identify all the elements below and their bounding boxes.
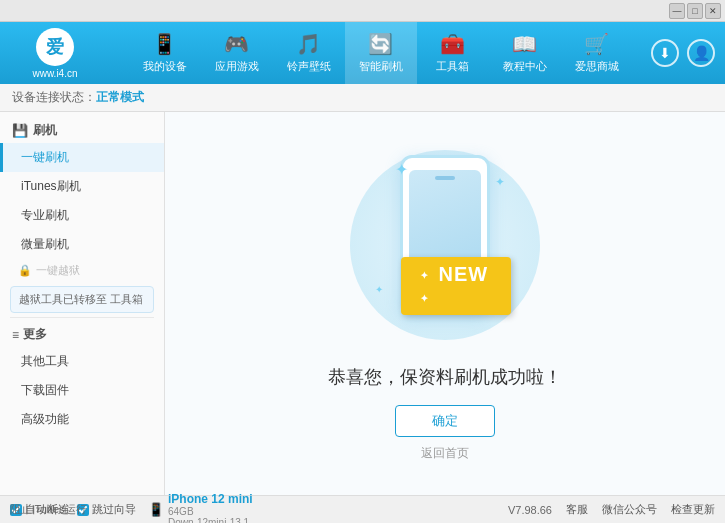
sidebar-section-flash: 💾 刷机 [0, 118, 164, 143]
success-text: 恭喜您，保资料刷机成功啦！ [328, 365, 562, 389]
flash-section-title: 刷机 [33, 122, 57, 139]
device-info: 📱 iPhone 12 mini 64GB Down-12mini-13.1 [148, 492, 253, 524]
nav-app-games-label: 应用游戏 [215, 59, 259, 74]
version-text: V7.98.66 [508, 504, 552, 516]
device-storage: 64GB [168, 506, 253, 517]
new-label: NEW [439, 263, 489, 285]
sidebar-section-more: ≡ 更多 [0, 322, 164, 347]
nav-smart-flash[interactable]: 🔄 智能刷机 [345, 22, 417, 84]
sidebar-item-advanced[interactable]: 高级功能 [0, 405, 164, 434]
sidebar-item-one-key-flash[interactable]: 一键刷机 [0, 143, 164, 172]
maximize-btn[interactable]: □ [687, 3, 703, 19]
bottom-right: V7.98.66 客服 微信公众号 检查更新 [508, 502, 715, 517]
nav-store[interactable]: 🛒 爱思商城 [561, 22, 633, 84]
more-section-icon: ≡ [12, 328, 19, 342]
nav-right-controls: ⬇ 👤 [651, 39, 715, 67]
check-update-link[interactable]: 检查更新 [671, 502, 715, 517]
status-value: 正常模式 [96, 89, 144, 106]
flash-section-icon: 💾 [12, 123, 28, 138]
smart-flash-icon: 🔄 [368, 32, 393, 56]
back-link[interactable]: 返回首页 [421, 445, 469, 462]
logo-area: 爱 www.i4.cn [10, 28, 100, 79]
logo-char: 爱 [46, 35, 64, 59]
nav-items: 📱 我的设备 🎮 应用游戏 🎵 铃声壁纸 🔄 智能刷机 🧰 工具箱 📖 教程中心… [110, 22, 651, 84]
sidebar: 💾 刷机 一键刷机 iTunes刷机 专业刷机 微量刷机 🔒 一键越狱 越狱工具… [0, 112, 165, 495]
device-details: iPhone 12 mini 64GB Down-12mini-13.1 [168, 492, 253, 524]
info-box-text: 越狱工具已转移至 工具箱 [19, 293, 143, 305]
top-nav: 爱 www.i4.cn 📱 我的设备 🎮 应用游戏 🎵 铃声壁纸 🔄 智能刷机 … [0, 22, 725, 84]
close-btn[interactable]: ✕ [705, 3, 721, 19]
store-icon: 🛒 [584, 32, 609, 56]
nav-app-games[interactable]: 🎮 应用游戏 [201, 22, 273, 84]
app-games-icon: 🎮 [224, 32, 249, 56]
itunes-status-text[interactable]: 阻止iTunes运行 [10, 502, 87, 517]
skip-wizard-label: 跳过向导 [92, 502, 136, 517]
phone-speaker [435, 176, 455, 180]
sidebar-item-download-firmware[interactable]: 下载固件 [0, 376, 164, 405]
sidebar-disabled-jailbreak: 🔒 一键越狱 [0, 259, 164, 282]
device-icon: 📱 [148, 502, 164, 517]
sparkle-3: ✦ [375, 284, 383, 295]
nav-toolbox[interactable]: 🧰 工具箱 [417, 22, 489, 84]
more-section-title: 更多 [23, 326, 47, 343]
sidebar-item-other-tools[interactable]: 其他工具 [0, 347, 164, 376]
content-area: NEW ✦ ✦ ✦ 恭喜您，保资料刷机成功啦！ 确定 返回首页 [165, 112, 725, 495]
sparkle-1: ✦ [395, 160, 408, 179]
toolbox-icon: 🧰 [440, 32, 465, 56]
new-ribbon: NEW [401, 257, 511, 315]
nav-my-device[interactable]: 📱 我的设备 [129, 22, 201, 84]
nav-my-device-label: 我的设备 [143, 59, 187, 74]
device-firmware: Down-12mini-13.1 [168, 517, 253, 524]
status-bar: 设备连接状态： 正常模式 [0, 84, 725, 112]
window-controls[interactable]: — □ ✕ [669, 3, 721, 19]
success-illustration: NEW ✦ ✦ ✦ [335, 145, 555, 345]
main-layout: 💾 刷机 一键刷机 iTunes刷机 专业刷机 微量刷机 🔒 一键越狱 越狱工具… [0, 112, 725, 495]
ringtone-icon: 🎵 [296, 32, 321, 56]
sidebar-divider [10, 317, 154, 318]
title-bar: — □ ✕ [0, 0, 725, 22]
bottom-bar: 自动断连 跳过向导 📱 iPhone 12 mini 64GB Down-12m… [0, 495, 725, 523]
customer-service-link[interactable]: 客服 [566, 502, 588, 517]
tutorial-icon: 📖 [512, 32, 537, 56]
sparkle-2: ✦ [495, 175, 505, 189]
logo-icon: 爱 [36, 28, 74, 66]
status-label: 设备连接状态： [12, 89, 96, 106]
nav-store-label: 爱思商城 [575, 59, 619, 74]
lock-icon: 🔒 [18, 264, 32, 277]
sidebar-item-pro-flash[interactable]: 专业刷机 [0, 201, 164, 230]
logo-text: www.i4.cn [32, 68, 77, 79]
wechat-public-link[interactable]: 微信公众号 [602, 502, 657, 517]
download-btn[interactable]: ⬇ [651, 39, 679, 67]
nav-tutorial[interactable]: 📖 教程中心 [489, 22, 561, 84]
nav-toolbox-label: 工具箱 [436, 59, 469, 74]
itunes-status-bar: 阻止iTunes运行 [0, 495, 87, 523]
sidebar-item-micro-flash[interactable]: 微量刷机 [0, 230, 164, 259]
device-name: iPhone 12 mini [168, 492, 253, 506]
sidebar-item-itunes-flash[interactable]: iTunes刷机 [0, 172, 164, 201]
nav-ringtone[interactable]: 🎵 铃声壁纸 [273, 22, 345, 84]
nav-smart-flash-label: 智能刷机 [359, 59, 403, 74]
minimize-btn[interactable]: — [669, 3, 685, 19]
nav-ringtone-label: 铃声壁纸 [287, 59, 331, 74]
user-btn[interactable]: 👤 [687, 39, 715, 67]
confirm-button[interactable]: 确定 [395, 405, 495, 437]
sidebar-info-box: 越狱工具已转移至 工具箱 [10, 286, 154, 313]
my-device-icon: 📱 [152, 32, 177, 56]
nav-tutorial-label: 教程中心 [503, 59, 547, 74]
